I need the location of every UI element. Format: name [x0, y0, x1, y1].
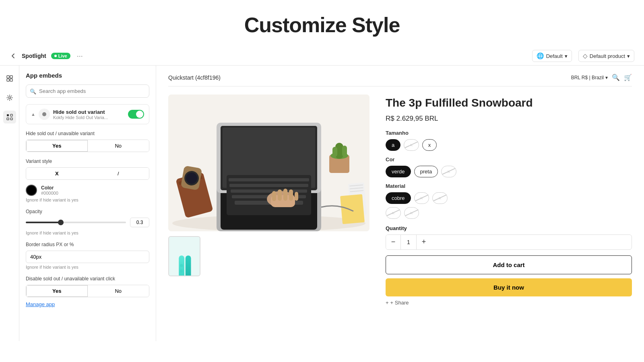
opacity-input[interactable]: 0.3: [130, 218, 149, 227]
color-swatch[interactable]: [26, 185, 37, 196]
svg-point-47: [180, 264, 183, 267]
opacity-note: Ignore if hide variant is yes: [26, 230, 149, 235]
disable-click-no-btn[interactable]: No: [88, 285, 149, 297]
back-button[interactable]: [10, 52, 17, 60]
hide-variant-section: Hide sold out / unavaible variant Yes No: [26, 131, 149, 152]
variant-style-section: Variant style X /: [26, 158, 149, 180]
color-info: Color #000000: [41, 185, 58, 195]
sidebar-settings-icon[interactable]: [3, 91, 16, 104]
more-options-button[interactable]: ···: [77, 52, 83, 60]
material-cross3[interactable]: ×: [386, 207, 401, 219]
svg-rect-38: [332, 147, 337, 157]
color-row: Color #000000: [26, 185, 149, 196]
border-radius-input[interactable]: 40px: [26, 251, 149, 263]
opacity-section: Opacity 0.3 Ignore if hide variant is ye…: [26, 209, 149, 235]
live-dot: [54, 55, 57, 57]
svg-rect-6: [10, 114, 12, 116]
embed-chevron-icon[interactable]: ▲: [31, 112, 35, 117]
currency-selector[interactable]: BRL R$ | Brazil ▾: [571, 75, 608, 80]
search-box: 🔍: [26, 84, 149, 98]
embed-item-info: Hide sold out variant Kokfy Hide Sold Ou…: [53, 109, 108, 120]
material-options-row2: × ×: [386, 207, 632, 219]
svg-rect-28: [289, 189, 293, 201]
tamanho-section: Tamanho a × x: [386, 130, 632, 151]
preview-store-header: Quickstart (4cf8f196) BRL R$ | Brazil ▾ …: [168, 74, 632, 86]
tamanho-label: Tamanho: [386, 130, 632, 136]
variant-style-btn-group: X /: [26, 167, 149, 180]
product-thumb-1[interactable]: [168, 236, 200, 276]
svg-rect-46: [186, 255, 191, 276]
tag-icon: ◇: [583, 52, 588, 60]
quantity-decrease-btn[interactable]: −: [386, 235, 400, 249]
default-product-selector[interactable]: ◇ Default product ▾: [578, 50, 634, 62]
material-label: Material: [386, 183, 632, 189]
hide-variant-yes-btn[interactable]: Yes: [26, 140, 88, 152]
embed-item-header: ▲ Hide sold out variant Kokfy Hide Sold …: [31, 109, 144, 120]
manage-app-link[interactable]: Manage app: [26, 301, 55, 307]
svg-rect-1: [10, 76, 12, 78]
color-note: Ignore if hide variant is yes: [26, 197, 149, 202]
search-header-icon[interactable]: 🔍: [612, 74, 620, 81]
search-input[interactable]: [26, 84, 149, 98]
cor-verde[interactable]: verde: [386, 166, 411, 177]
variant-x-btn[interactable]: X: [26, 168, 88, 179]
opacity-row: 0.3: [26, 218, 149, 227]
svg-rect-26: [278, 189, 282, 201]
default-selector[interactable]: 🌐 Default ▾: [532, 50, 572, 62]
store-name: Quickstart (4cf8f196): [168, 74, 221, 81]
border-radius-section: Border radius PX or % 40px Ignore if hid…: [26, 242, 149, 269]
hide-variant-label: Hide sold out / unavaible variant: [26, 131, 149, 136]
opacity-slider[interactable]: [26, 222, 126, 223]
cor-cross[interactable]: ×: [441, 166, 456, 177]
cor-section: Cor verde preta ×: [386, 156, 632, 177]
cart-icon[interactable]: 🛒: [624, 74, 632, 81]
opacity-thumb: [58, 220, 64, 225]
currency-label: BRL R$ | Brazil: [571, 75, 604, 80]
chevron-down-icon-2: ▾: [627, 53, 630, 59]
svg-rect-0: [7, 76, 9, 78]
material-cross1[interactable]: ×: [414, 192, 429, 204]
sidebar-icons: [0, 66, 19, 341]
live-badge: Live: [51, 53, 70, 59]
variant-style-label: Variant style: [26, 158, 149, 164]
embed-toggle[interactable]: [128, 110, 144, 119]
panel-title: App embeds: [26, 72, 149, 79]
tamanho-option-a[interactable]: a: [386, 139, 400, 151]
search-icon: 🔍: [30, 88, 36, 94]
disable-click-label: Disable sold out / unavailable variant c…: [26, 276, 149, 282]
product-actions: Add to cart Buy it now + + Share: [386, 255, 632, 306]
hide-variant-btn-group: Yes No: [26, 140, 149, 152]
cor-preta[interactable]: preta: [414, 166, 438, 177]
share-link[interactable]: + + Share: [386, 300, 632, 306]
quantity-control: − 1 +: [386, 234, 632, 250]
disable-click-yes-btn[interactable]: Yes: [26, 285, 88, 297]
quantity-label: Quantity: [386, 225, 632, 231]
sidebar-apps-icon[interactable]: [3, 111, 16, 123]
material-cross2[interactable]: ×: [432, 192, 448, 204]
embed-item-sub: Kokfy Hide Sold Out Varia...: [53, 115, 108, 120]
sidebar-layout-icon[interactable]: [3, 72, 16, 85]
svg-rect-5: [7, 114, 9, 116]
tamanho-options: a × x: [386, 139, 632, 151]
top-bar-right: 🌐 Default ▾ ◇ Default product ▾: [532, 50, 634, 62]
tamanho-option-cross1[interactable]: ×: [404, 139, 419, 151]
add-to-cart-button[interactable]: Add to cart: [386, 255, 632, 274]
tamanho-option-x[interactable]: x: [422, 139, 437, 151]
svg-rect-44: [340, 194, 365, 224]
material-cross4[interactable]: ×: [404, 207, 419, 219]
material-cobre[interactable]: cobre: [386, 192, 411, 204]
svg-rect-25: [272, 191, 276, 201]
quantity-increase-btn[interactable]: +: [417, 235, 431, 249]
embed-item: ▲ Hide sold out variant Kokfy Hide Sold …: [26, 104, 149, 124]
main-layout: App embeds 🔍 ▲ Hide sold out variant Kok…: [0, 66, 644, 341]
product-layout: The 3p Fulfilled Snowboard R$ 2.629,95 B…: [168, 95, 632, 306]
svg-rect-7: [7, 118, 9, 120]
svg-rect-27: [283, 189, 287, 201]
disable-click-section: Disable sold out / unavailable variant c…: [26, 276, 149, 297]
buy-now-button[interactable]: Buy it now: [386, 278, 632, 296]
globe-icon: 🌐: [537, 52, 544, 60]
material-options-row1: cobre × ×: [386, 192, 632, 204]
hide-variant-no-btn[interactable]: No: [88, 140, 149, 152]
svg-rect-8: [10, 118, 12, 120]
variant-slash-btn[interactable]: /: [88, 168, 149, 179]
